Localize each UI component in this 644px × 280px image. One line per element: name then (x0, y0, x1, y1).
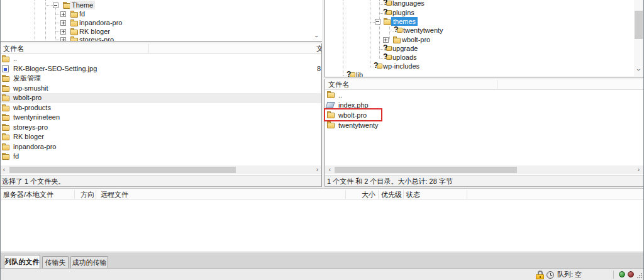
tree-item-label[interactable]: wbolt-pro (400, 35, 432, 44)
tree-item-label[interactable]: inpandora-pro (77, 18, 125, 27)
tree-item-themes[interactable]: themes (325, 17, 643, 26)
column-server-local-file[interactable]: 服务器/本地文件 (3, 189, 53, 200)
column-separator[interactable] (148, 44, 149, 53)
file-name[interactable]: wp-smushit (13, 84, 48, 94)
file-name[interactable]: .. (338, 90, 342, 100)
list-item-wb-products[interactable]: wb-products (0, 103, 321, 113)
list-item-wp-smushit[interactable]: wp-smushit (0, 84, 321, 94)
tab-successful-transfers[interactable]: 成功的传输 (70, 256, 108, 268)
collapse-icon[interactable] (53, 3, 58, 8)
resize-grip[interactable] (641, 277, 642, 278)
list-item-rk-bloger[interactable]: RK bloger (0, 132, 321, 142)
expand-icon[interactable] (60, 11, 66, 17)
scroll-right-arrow[interactable]: › (635, 165, 643, 174)
tree-item-lib[interactable]: lib (325, 70, 643, 77)
expand-icon[interactable] (60, 29, 66, 35)
file-name[interactable]: wb-products (13, 103, 51, 113)
tree-item-uploads[interactable]: uploads (325, 53, 643, 62)
tree-item-fd[interactable]: fd (0, 9, 322, 18)
file-name[interactable]: RK-Bloger-SEO-Setting.jpg (13, 64, 97, 74)
scrollbar-thumb[interactable] (635, 11, 643, 39)
tree-item-label[interactable]: wp-includes (381, 62, 421, 70)
file-name[interactable]: inpandora-pro (13, 142, 57, 152)
list-header[interactable]: 文件名 文件大小 (0, 43, 321, 54)
speed-limit-clock-icon[interactable] (547, 271, 554, 279)
column-size[interactable]: 大小 (348, 189, 375, 200)
file-name[interactable]: storeys-pro (13, 123, 48, 133)
column-separator[interactable] (497, 80, 497, 89)
column-separator[interactable] (345, 190, 346, 199)
horizontal-scrollbar[interactable]: ‹ › (325, 165, 643, 174)
column-filesize[interactable]: 文件大小 (316, 43, 322, 54)
tab-failed-transfers[interactable]: 传输失败 (42, 256, 69, 268)
list-item-inpandora-pro[interactable]: inpandora-pro (0, 142, 321, 152)
tree-item-rk-bloger[interactable]: RK bloger (0, 27, 322, 36)
scroll-right-arrow[interactable]: › (313, 165, 321, 174)
queue-header[interactable]: 服务器/本地文件 方向 远程文件 大小 优先级 状态 (0, 189, 644, 200)
tree-item-upgrade[interactable]: upgrade (325, 44, 643, 53)
list-item-twentynineteen[interactable]: twentynineteen (0, 113, 321, 123)
tree-item-label[interactable]: fd (77, 9, 87, 18)
tree-item-label[interactable]: plugins (391, 8, 416, 17)
column-separator[interactable] (378, 190, 379, 199)
collapse-icon[interactable] (375, 19, 380, 25)
tree-item-wbolt-pro[interactable]: wbolt-pro (325, 35, 643, 44)
tree-item-label[interactable]: languages (391, 0, 426, 8)
tree-item-label[interactable]: themes (391, 17, 418, 26)
column-separator[interactable] (96, 190, 96, 199)
tree-item-label[interactable]: upgrade (391, 44, 419, 53)
column-status[interactable]: 状态 (406, 189, 420, 200)
tree-item-plugins[interactable]: plugins (325, 8, 643, 17)
vertical-scrollbar[interactable]: › (634, 0, 643, 76)
tree-item-storeys-pro[interactable]: storeys-pro (0, 35, 322, 42)
tree-item-twentytwenty[interactable]: twentytwenty (325, 26, 643, 35)
scroll-left-arrow[interactable]: ‹ (326, 165, 334, 174)
expand-icon[interactable] (60, 37, 66, 42)
file-name[interactable]: fd (13, 152, 19, 162)
column-separator[interactable] (467, 190, 467, 199)
tree-item-inpandora-pro[interactable]: inpandora-pro (0, 18, 322, 27)
list-item-jpg[interactable]: RK-Bloger-SEO-Setting.jpg 8 (0, 64, 321, 74)
scrollbar-thumb[interactable] (335, 167, 517, 173)
list-item-parent[interactable]: .. (325, 90, 643, 100)
tree-item-label[interactable]: lib (354, 70, 365, 77)
lock-icon[interactable] (536, 271, 545, 279)
scroll-down-arrow[interactable]: › (635, 66, 643, 74)
scroll-left-arrow[interactable]: ‹ (0, 165, 8, 174)
tree-item-languages[interactable]: languages (325, 0, 643, 8)
expand-icon[interactable] (60, 20, 66, 26)
column-remote-file[interactable]: 远程文件 (101, 189, 128, 200)
tab-queued-files[interactable]: 列队的文件 (4, 255, 40, 268)
column-direction[interactable]: 方向 (80, 189, 94, 200)
tree-item-label[interactable]: uploads (391, 53, 419, 62)
file-name[interactable]: wbolt-pro (13, 93, 42, 103)
file-name[interactable]: twentynineteen (13, 113, 60, 123)
tree-item-label[interactable]: twentytwenty (401, 26, 445, 35)
tree-item-label[interactable]: RK bloger (77, 27, 112, 36)
list-header[interactable]: 文件名 (325, 79, 643, 90)
scroll-down-arrow[interactable]: › (313, 33, 321, 41)
tree-item-wp-includes[interactable]: wp-includes (325, 62, 643, 70)
tree-item-label[interactable]: Theme (70, 1, 95, 9)
list-item-wbolt-pro-selected[interactable]: wbolt-pro (0, 93, 321, 103)
horizontal-scrollbar[interactable]: ‹ › (0, 165, 322, 174)
file-name[interactable]: .. (13, 54, 17, 64)
column-priority[interactable]: 优先级 (381, 189, 402, 200)
tree-item-theme[interactable]: Theme (0, 1, 322, 9)
column-filename[interactable]: 文件名 (3, 43, 24, 54)
scrollbar-thumb[interactable] (9, 167, 236, 173)
tree-item-label[interactable]: storeys-pro (77, 35, 116, 42)
column-filename[interactable]: 文件名 (328, 79, 349, 90)
file-name[interactable]: 发版管理 (13, 74, 41, 84)
list-item-fabanguanli[interactable]: 发版管理 (0, 74, 321, 84)
list-item-parent[interactable]: .. (0, 54, 321, 64)
expand-icon[interactable] (383, 37, 389, 43)
file-name[interactable]: RK bloger (13, 132, 44, 142)
list-item-twentytwenty[interactable]: twentytwenty (325, 120, 643, 130)
column-separator[interactable] (74, 190, 75, 199)
column-separator[interactable] (403, 190, 404, 199)
local-status-text: 选择了 1 个文件夹。 (0, 175, 321, 187)
list-item-storeys-pro[interactable]: storeys-pro (0, 123, 321, 133)
list-item-fd[interactable]: fd (0, 152, 321, 162)
file-name[interactable]: twentytwenty (338, 120, 379, 130)
